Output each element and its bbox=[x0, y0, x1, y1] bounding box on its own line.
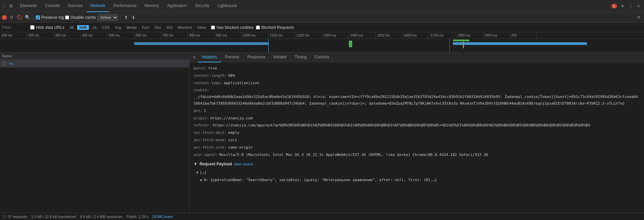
preserve-log-label[interactable]: Preserve log bbox=[36, 15, 64, 20]
header-key-origin: origin: bbox=[194, 115, 209, 122]
close-devtools-icon[interactable]: ✕ bbox=[636, 3, 641, 9]
filter-input[interactable] bbox=[2, 25, 29, 30]
payload-item-text: 0: {operationName: "SearchQuery", variab… bbox=[204, 177, 437, 183]
payload-item-toggle[interactable]: ▶ bbox=[200, 177, 203, 183]
filter-xhr[interactable]: XHR bbox=[77, 25, 89, 30]
settings-icon[interactable]: ⚙ bbox=[620, 3, 625, 9]
detail-tab-response[interactable]: Response bbox=[243, 52, 269, 62]
hide-data-urls-checkbox[interactable] bbox=[30, 25, 35, 30]
detail-tab-timing[interactable]: Timing bbox=[291, 52, 311, 62]
section-toggle[interactable]: ▼ bbox=[194, 161, 198, 168]
tab-security[interactable]: Security bbox=[191, 0, 213, 12]
header-value-referer: https://znanija.com/app/ask?q=%D0%98%D0%… bbox=[213, 122, 590, 129]
filter-font[interactable]: Font bbox=[140, 25, 151, 30]
header-key-referer: referer: bbox=[194, 122, 211, 129]
tab-memory[interactable]: Memory bbox=[141, 0, 163, 12]
detail-tab-preview[interactable]: Preview bbox=[221, 52, 244, 62]
filter-bar: Hide data URLs All XHR JS CSS Img Media … bbox=[0, 23, 644, 32]
filter-other[interactable]: Other bbox=[195, 25, 209, 30]
view-source-link[interactable]: view source bbox=[234, 161, 254, 168]
requests-list[interactable]: ru bbox=[0, 60, 189, 213]
filter-media[interactable]: Media bbox=[124, 25, 139, 30]
tab-sources[interactable]: Sources bbox=[64, 0, 87, 12]
filter-all[interactable]: All bbox=[68, 25, 76, 30]
request-item-ru[interactable]: ru bbox=[0, 60, 189, 68]
header-key-dnt: dnt: bbox=[194, 108, 203, 114]
header-row-sec-fetch-site: sec-fetch-site: same-origin bbox=[194, 144, 640, 151]
detail-tabs-bar: × Headers Preview Response Initiator Tim… bbox=[190, 52, 644, 62]
export-button[interactable]: ⬇ bbox=[130, 15, 137, 20]
header-key-sec-fetch-dest: sec-fetch-dest: bbox=[194, 129, 227, 136]
record-button[interactable] bbox=[2, 15, 7, 20]
header-value-content-type: application/json bbox=[224, 80, 259, 87]
payload-item-row: ▶ 0: {operationName: "SearchQuery", vari… bbox=[194, 177, 640, 183]
header-row-batch: batch: true bbox=[194, 65, 640, 72]
request-item-icon bbox=[2, 61, 7, 66]
header-value-user-agent: Mozilla/5.0 (Macintosh; Intel Mac OS X 1… bbox=[219, 152, 488, 158]
close-panel-button[interactable]: ✕ bbox=[635, 14, 642, 21]
header-key-cookie: cookie: bbox=[194, 87, 209, 94]
filter-doc[interactable]: Doc bbox=[153, 25, 163, 30]
has-blocked-cookies-label[interactable]: Has blocked cookies bbox=[211, 25, 253, 30]
refresh-button[interactable]: ↺ bbox=[8, 14, 15, 21]
error-badge: 5 bbox=[611, 4, 617, 8]
tab-network[interactable]: Network bbox=[87, 0, 109, 12]
header-row-cookie: cookie: __cfduid=dd0cbb0db2aaa149dc515d5… bbox=[194, 87, 640, 107]
inspect-icon[interactable]: ⬚ bbox=[1, 3, 7, 9]
blocked-requests-checkbox[interactable] bbox=[256, 25, 260, 30]
header-key-sec-fetch-mode: sec-fetch-mode: bbox=[194, 137, 227, 144]
tick-1800: 1800 ms bbox=[456, 32, 483, 39]
detail-tab-headers[interactable]: Headers bbox=[198, 52, 221, 62]
hide-data-urls-label[interactable]: Hide data URLs bbox=[30, 25, 64, 30]
status-finish: Finish: 1.76 s bbox=[126, 215, 148, 219]
detail-tab-initiator[interactable]: Initiator bbox=[269, 52, 290, 62]
filter-js[interactable]: JS bbox=[90, 25, 99, 30]
blocked-requests-label[interactable]: Blocked Requests bbox=[256, 25, 294, 30]
header-value-dnt: 1 bbox=[204, 108, 206, 114]
preserve-log-checkbox[interactable] bbox=[36, 15, 40, 19]
tick-600: 600 ms bbox=[134, 32, 161, 39]
payload-array-toggle[interactable]: ▼ bbox=[196, 169, 199, 176]
hide-data-urls-text: Hide data URLs bbox=[36, 25, 64, 30]
timeline-bar-blue bbox=[134, 42, 268, 45]
tick-1200: 1200 ms bbox=[295, 32, 322, 39]
tick-700: 700 ms bbox=[161, 32, 188, 39]
main-content: Name ru × Headers Preview Response Initi… bbox=[0, 52, 644, 213]
tick-1400: 1400 ms bbox=[349, 32, 376, 39]
status-dom-content[interactable]: DOMConten bbox=[153, 215, 173, 219]
has-blocked-cookies-checkbox[interactable] bbox=[211, 25, 215, 30]
status-resources: 8.4 kB / 2.4 MB resources bbox=[80, 215, 123, 219]
tab-performance[interactable]: Performance bbox=[109, 0, 141, 12]
tick-1000: 1000 ms bbox=[241, 32, 268, 39]
import-button[interactable]: ⬆ bbox=[123, 15, 129, 20]
payload-array-row: ▼ […] bbox=[194, 169, 640, 176]
requests-name-col: Name bbox=[2, 54, 12, 58]
filter-manifest[interactable]: Manifest bbox=[176, 25, 194, 30]
filter-ws[interactable]: WS bbox=[165, 25, 175, 30]
disable-cache-label[interactable]: Disable cache bbox=[65, 15, 96, 20]
tab-application[interactable]: Application bbox=[163, 0, 191, 12]
throttle-select[interactable]: Online bbox=[97, 14, 118, 21]
tab-lighthouse[interactable]: Lighthouse bbox=[213, 0, 241, 12]
header-row-origin: origin: https://znanija.com bbox=[194, 115, 640, 122]
disable-cache-checkbox[interactable] bbox=[65, 15, 69, 19]
tick-800: 800 ms bbox=[188, 32, 215, 39]
detail-panel: × Headers Preview Response Initiator Tim… bbox=[190, 52, 644, 213]
tab-bar-end: 5 ⚙ ⋮ ✕ bbox=[611, 3, 644, 9]
more-icon[interactable]: ⋮ bbox=[628, 3, 633, 9]
filter-css[interactable]: CSS bbox=[100, 25, 112, 30]
detail-tab-cookies[interactable]: Cookies bbox=[311, 52, 333, 62]
search-button[interactable]: 🔍 bbox=[24, 14, 31, 21]
tick-1900: 1900 ms bbox=[483, 32, 510, 39]
tick-100: 100 ms bbox=[0, 32, 27, 39]
detail-close-button[interactable]: × bbox=[191, 55, 198, 60]
tab-elements[interactable]: Elements bbox=[16, 0, 41, 12]
header-row-dnt: dnt: 1 bbox=[194, 108, 640, 114]
filter-img[interactable]: Img bbox=[113, 25, 123, 30]
clear-button[interactable]: 🚫 bbox=[16, 14, 23, 21]
device-icon[interactable]: ⧉ bbox=[8, 3, 13, 9]
tick-1500: 1500 ms bbox=[376, 32, 402, 39]
tick-200: 200 ms bbox=[27, 32, 54, 39]
tab-console[interactable]: Console bbox=[41, 0, 64, 12]
requests-header: Name bbox=[0, 52, 189, 60]
